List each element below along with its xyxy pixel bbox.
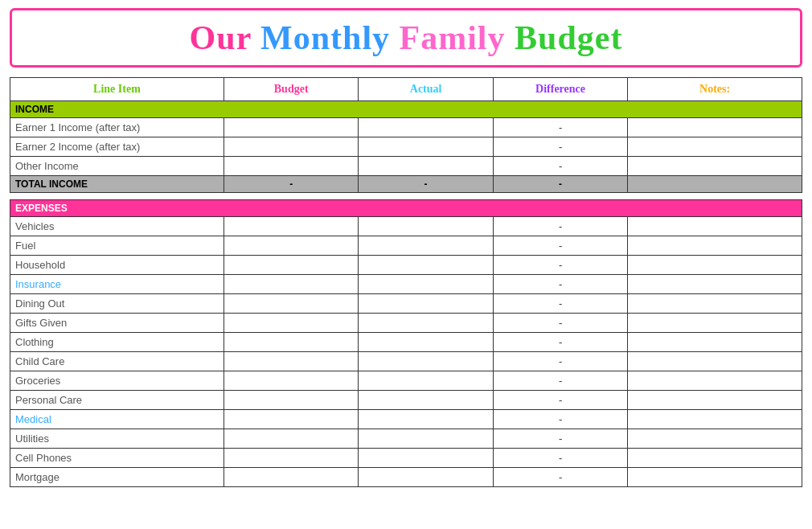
expense-fuel-difference: - — [493, 236, 627, 256]
expense-medical-label: Medical — [10, 410, 224, 429]
table-row: Household - — [10, 256, 802, 275]
total-income-label: TOTAL INCOME — [10, 176, 224, 193]
income-row-2-budget[interactable] — [224, 137, 358, 157]
expense-clothing-label: Clothing — [10, 333, 224, 352]
budget-table: Line Item Budget Actual Difference Notes… — [10, 77, 802, 487]
expense-household-notes[interactable] — [628, 256, 802, 275]
income-row-3-notes[interactable] — [628, 157, 802, 176]
title-text: Our Monthly Family Budget — [28, 18, 784, 57]
expense-cellphones-actual[interactable] — [359, 449, 493, 468]
expense-medical-budget[interactable] — [224, 410, 358, 429]
expense-cellphones-budget[interactable] — [224, 449, 358, 468]
expense-gifts-difference: - — [493, 314, 627, 333]
expense-diningout-notes[interactable] — [628, 294, 802, 314]
expense-personalcare-actual[interactable] — [359, 391, 493, 410]
total-income-difference: - — [493, 176, 627, 193]
expense-diningout-budget[interactable] — [224, 294, 358, 314]
table-row: Dining Out - — [10, 294, 802, 314]
expense-groceries-actual[interactable] — [359, 371, 493, 391]
expense-fuel-notes[interactable] — [628, 236, 802, 256]
table-row: Other Income - — [10, 157, 802, 176]
expense-medical-actual[interactable] — [359, 410, 493, 429]
expense-childcare-budget[interactable] — [224, 352, 358, 371]
income-row-2-difference: - — [493, 137, 627, 157]
title-our: Our — [190, 19, 260, 56]
page-container: Our Monthly Family Budget Line Item Budg… — [0, 0, 812, 508]
expense-fuel-label: Fuel — [10, 236, 224, 256]
expense-cellphones-label: Cell Phones — [10, 449, 224, 468]
expenses-section-header: EXPENSES — [10, 200, 802, 217]
income-row-2-label: Earner 2 Income (after tax) — [10, 137, 224, 157]
expense-personalcare-label: Personal Care — [10, 391, 224, 410]
header-actual: Actual — [359, 78, 493, 101]
header-notes: Notes: — [628, 78, 802, 101]
expense-utilities-notes[interactable] — [628, 429, 802, 449]
expense-insurance-budget[interactable] — [224, 275, 358, 294]
income-row-2-notes[interactable] — [628, 137, 802, 157]
expense-childcare-notes[interactable] — [628, 352, 802, 371]
expense-vehicles-difference: - — [493, 217, 627, 236]
expense-utilities-actual[interactable] — [359, 429, 493, 449]
expense-childcare-label: Child Care — [10, 352, 224, 371]
expense-vehicles-budget[interactable] — [224, 217, 358, 236]
expense-fuel-actual[interactable] — [359, 236, 493, 256]
table-row: Clothing - — [10, 333, 802, 352]
income-row-1-budget[interactable] — [224, 118, 358, 137]
table-row: Groceries - — [10, 371, 802, 391]
expense-groceries-notes[interactable] — [628, 371, 802, 391]
expense-gifts-actual[interactable] — [359, 314, 493, 333]
expense-personalcare-notes[interactable] — [628, 391, 802, 410]
total-income-notes — [628, 176, 802, 193]
expense-insurance-label: Insurance — [10, 275, 224, 294]
expense-groceries-budget[interactable] — [224, 371, 358, 391]
expense-cellphones-notes[interactable] — [628, 449, 802, 468]
header-row: Line Item Budget Actual Difference Notes… — [10, 78, 802, 101]
expense-gifts-label: Gifts Given — [10, 314, 224, 333]
expense-household-label: Household — [10, 256, 224, 275]
expense-clothing-difference: - — [493, 333, 627, 352]
expense-insurance-notes[interactable] — [628, 275, 802, 294]
expense-vehicles-actual[interactable] — [359, 217, 493, 236]
expense-fuel-budget[interactable] — [224, 236, 358, 256]
spacer — [10, 193, 802, 200]
table-row: Gifts Given - — [10, 314, 802, 333]
expense-gifts-budget[interactable] — [224, 314, 358, 333]
total-income-row: TOTAL INCOME - - - — [10, 176, 802, 193]
table-row: Earner 1 Income (after tax) - — [10, 118, 802, 137]
expense-medical-notes[interactable] — [628, 410, 802, 429]
income-row-1-notes[interactable] — [628, 118, 802, 137]
expense-household-budget[interactable] — [224, 256, 358, 275]
table-row: Insurance - — [10, 275, 802, 294]
income-row-3-difference: - — [493, 157, 627, 176]
expense-utilities-difference: - — [493, 429, 627, 449]
expense-childcare-difference: - — [493, 352, 627, 371]
expense-insurance-actual[interactable] — [359, 275, 493, 294]
expense-clothing-budget[interactable] — [224, 333, 358, 352]
expense-household-actual[interactable] — [359, 256, 493, 275]
expense-gifts-notes[interactable] — [628, 314, 802, 333]
table-row: Earner 2 Income (after tax) - — [10, 137, 802, 157]
income-row-3-actual[interactable] — [359, 157, 493, 176]
table-row: Vehicles - — [10, 217, 802, 236]
expense-utilities-budget[interactable] — [224, 429, 358, 449]
expense-childcare-actual[interactable] — [359, 352, 493, 371]
expense-cellphones-difference: - — [493, 449, 627, 468]
expense-mortgage-actual[interactable] — [359, 468, 493, 487]
expense-medical-difference: - — [493, 410, 627, 429]
header-budget: Budget — [224, 78, 358, 101]
expense-groceries-label: Groceries — [10, 371, 224, 391]
expense-clothing-actual[interactable] — [359, 333, 493, 352]
expense-mortgage-budget[interactable] — [224, 468, 358, 487]
expense-diningout-difference: - — [493, 294, 627, 314]
total-income-actual: - — [359, 176, 493, 193]
expense-personalcare-budget[interactable] — [224, 391, 358, 410]
income-row-1-actual[interactable] — [359, 118, 493, 137]
expense-mortgage-notes[interactable] — [628, 468, 802, 487]
income-row-2-actual[interactable] — [359, 137, 493, 157]
expenses-section-label: EXPENSES — [10, 200, 802, 217]
expense-clothing-notes[interactable] — [628, 333, 802, 352]
table-row: Cell Phones - — [10, 449, 802, 468]
expense-vehicles-notes[interactable] — [628, 217, 802, 236]
income-row-3-budget[interactable] — [224, 157, 358, 176]
expense-diningout-actual[interactable] — [359, 294, 493, 314]
